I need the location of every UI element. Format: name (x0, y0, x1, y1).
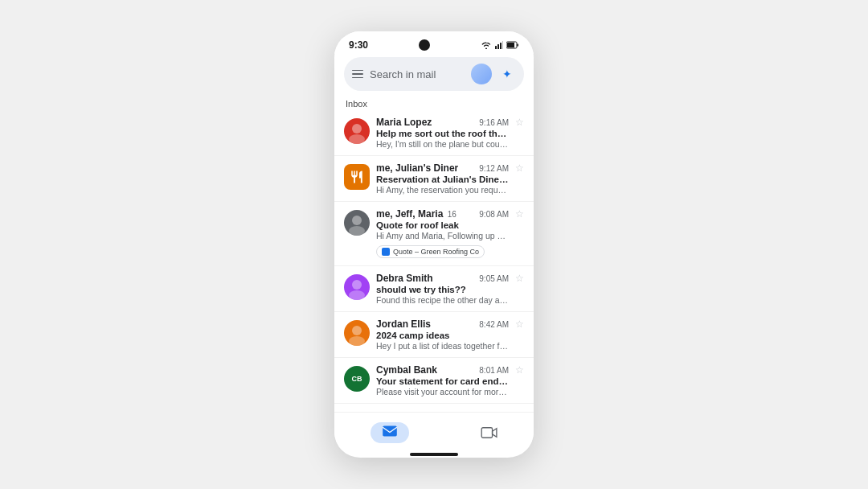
svg-point-12 (349, 290, 365, 300)
menu-button[interactable] (352, 70, 363, 79)
email-time: 9:08 AM (479, 210, 509, 219)
email-header: Cymbal Bank 8:01 AM (376, 364, 509, 376)
email-time: 8:01 AM (479, 366, 509, 375)
email-actions: ☆ (515, 273, 524, 284)
email-sender: me, Jeff, Maria 16 (376, 208, 457, 220)
star-button[interactable]: ☆ (515, 162, 524, 174)
svg-rect-5 (507, 43, 514, 47)
mail-icon (382, 425, 398, 438)
email-actions: ☆ (515, 117, 524, 128)
star-button[interactable]: ☆ (515, 117, 524, 128)
email-content: Jordan Ellis 8:42 AM 2024 camp ideas Hey… (376, 318, 509, 351)
svg-point-10 (349, 226, 365, 236)
email-subject: Your statement for card ending in 1988 i… (376, 376, 509, 386)
restaurant-icon (350, 170, 364, 184)
email-subject: Reservation at Julian's Diner for 6 (376, 175, 509, 184)
email-chip: Quote – Green Roofing Co (376, 245, 485, 258)
email-preview: Hi Amy, the reservation you requested is… (376, 185, 509, 195)
svg-rect-3 (502, 41, 503, 49)
svg-rect-6 (518, 44, 519, 47)
chip-icon (382, 248, 390, 256)
email-content: Cymbal Bank 8:01 AM Your statement for c… (376, 364, 509, 397)
email-subject: should we try this?? (376, 285, 509, 294)
avatar-img (344, 210, 370, 236)
svg-point-9 (352, 216, 362, 225)
svg-point-13 (352, 326, 362, 335)
search-bar[interactable]: Search in mail ✦ (344, 57, 524, 91)
email-preview: Please visit your account for more infor… (376, 387, 509, 397)
video-icon (481, 426, 498, 439)
inbox-label: Inbox (334, 96, 534, 110)
menu-line (352, 70, 363, 72)
star-button[interactable]: ☆ (515, 208, 524, 220)
bottom-nav (334, 412, 534, 450)
star-button[interactable]: ☆ (515, 273, 524, 284)
email-item[interactable]: Maria Lopez 9:16 AM Help me sort out the… (334, 110, 534, 156)
email-actions: ☆ (515, 318, 524, 330)
email-time: 8:42 AM (479, 320, 509, 329)
star-button[interactable]: ☆ (515, 318, 524, 330)
menu-line (352, 73, 363, 75)
nav-mail[interactable] (351, 419, 428, 446)
email-preview: Found this recipe the other day and it m… (376, 295, 509, 305)
avatar (344, 320, 370, 346)
email-subject: Help me sort out the roof thing please (376, 129, 509, 138)
email-item[interactable]: CB Cymbal Bank 8:01 AM Your statement fo… (334, 358, 534, 404)
email-preview: Hi Amy and Maria, Following up here t... (376, 231, 509, 240)
wifi-icon (481, 41, 492, 49)
svg-rect-18 (481, 428, 492, 438)
email-sender: Debra Smith (376, 273, 433, 284)
svg-point-14 (349, 336, 365, 346)
svg-rect-0 (495, 46, 497, 49)
email-content: Debra Smith 9:05 AM should we try this??… (376, 273, 509, 305)
email-time: 9:16 AM (479, 118, 509, 127)
email-sender: Jordan Ellis (376, 318, 431, 330)
svg-point-8 (349, 134, 365, 144)
menu-line (352, 77, 363, 79)
avatar (344, 274, 370, 300)
avatar-img (344, 118, 370, 144)
email-actions: ☆ (515, 364, 524, 376)
status-time: 9:30 (349, 39, 368, 51)
email-item[interactable]: Jordan Ellis 8:42 AM 2024 camp ideas Hey… (334, 312, 534, 358)
email-header: me, Julian's Diner 9:12 AM (376, 162, 509, 174)
battery-icon (506, 41, 519, 49)
email-item[interactable]: Debra Smith 9:05 AM should we try this??… (334, 266, 534, 312)
email-sender: Cymbal Bank (376, 364, 437, 376)
email-item[interactable]: Addie Lane May 13 It's that time of year… (334, 404, 534, 412)
email-actions: ☆ (515, 208, 524, 220)
email-item[interactable]: me, Jeff, Maria 16 9:08 AM Quote for roo… (334, 202, 534, 266)
thread-count: 16 (448, 210, 457, 219)
ai-sparkle-button[interactable]: ✦ (498, 65, 516, 83)
signal-icon (495, 41, 503, 49)
search-input[interactable]: Search in mail (370, 68, 465, 80)
email-list: Maria Lopez 9:16 AM Help me sort out the… (334, 110, 534, 412)
email-sender: Maria Lopez (376, 117, 432, 128)
email-header: Jordan Ellis 8:42 AM (376, 318, 509, 330)
email-content: me, Jeff, Maria 16 9:08 AM Quote for roo… (376, 208, 509, 240)
email-subject: 2024 camp ideas (376, 331, 509, 340)
avatar[interactable] (471, 64, 492, 84)
camera-notch (419, 39, 430, 51)
svg-point-7 (352, 124, 362, 134)
svg-point-11 (352, 280, 362, 290)
nav-meet[interactable] (461, 423, 518, 442)
avatar (344, 210, 370, 236)
email-time: 9:05 AM (479, 274, 509, 283)
avatar-img (344, 274, 370, 300)
status-bar: 9:30 (334, 31, 534, 54)
avatar: CB (344, 366, 370, 392)
email-header: me, Jeff, Maria 16 9:08 AM (376, 208, 509, 220)
email-preview: Hey, I'm still on the plane but could yo… (376, 139, 509, 149)
svg-rect-2 (500, 43, 502, 49)
email-subject: Quote for roof leak (376, 220, 509, 230)
email-item[interactable]: me, Julian's Diner 9:12 AM Reservation a… (334, 156, 534, 202)
status-icons (481, 41, 519, 49)
avatar-img (344, 320, 370, 346)
email-content: me, Julian's Diner 9:12 AM Reservation a… (376, 162, 509, 195)
email-preview: Hey I put a list of ideas together for p… (376, 341, 509, 351)
email-header: Debra Smith 9:05 AM (376, 273, 509, 284)
email-header: Maria Lopez 9:16 AM (376, 117, 509, 128)
email-content: Maria Lopez 9:16 AM Help me sort out the… (376, 117, 509, 149)
star-button[interactable]: ☆ (515, 364, 524, 376)
